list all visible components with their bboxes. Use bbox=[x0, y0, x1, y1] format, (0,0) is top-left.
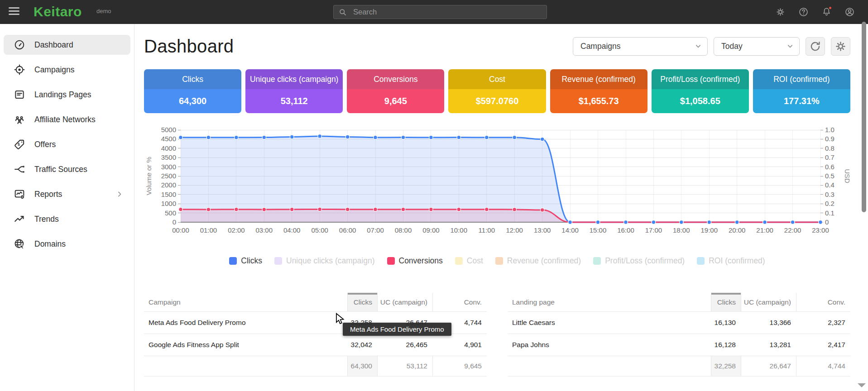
table-totals-row: 32,25826,6474,744 bbox=[508, 356, 850, 377]
column-header-clicks[interactable]: Clicks bbox=[347, 293, 377, 311]
sidebar-item-domains[interactable]: Domains bbox=[4, 234, 130, 254]
gear-icon[interactable] bbox=[775, 7, 786, 17]
column-header-uc-campaign-[interactable]: UC (campaign) bbox=[741, 293, 796, 311]
scroll-down-arrow-icon[interactable] bbox=[858, 383, 866, 387]
stat-card-conversions[interactable]: Conversions9,645 bbox=[347, 69, 444, 113]
sidebar-item-campaigns[interactable]: Campaigns bbox=[4, 60, 130, 80]
stat-card-profit-loss-confirmed-[interactable]: Profit/Loss (confirmed)$1,058.65 bbox=[652, 69, 749, 113]
svg-text:0.1: 0.1 bbox=[825, 209, 834, 217]
stat-card-cost[interactable]: Cost$597.0760 bbox=[448, 69, 546, 113]
legend-item-roi-confirmed-[interactable]: ROI (confirmed) bbox=[697, 256, 765, 266]
svg-text:0.8: 0.8 bbox=[825, 144, 834, 152]
stat-cards: Clicks64,300Unique clicks (campaign)53,1… bbox=[144, 69, 850, 113]
svg-text:0.5: 0.5 bbox=[825, 172, 834, 180]
svg-text:20:00: 20:00 bbox=[729, 226, 746, 234]
landings-table: Landing pageClicksUC (campaign)Conv.Litt… bbox=[508, 293, 850, 377]
row-value-cell: 32,042 bbox=[347, 334, 377, 356]
menu-icon[interactable] bbox=[9, 7, 19, 15]
gauge-icon bbox=[14, 39, 25, 51]
table-row[interactable]: Little Caesars16,13013,3662,327 bbox=[508, 312, 850, 334]
svg-text:13:00: 13:00 bbox=[534, 226, 551, 234]
legend-item-profit-loss-confirmed-[interactable]: Profit/Loss (confirmed) bbox=[593, 256, 685, 266]
svg-text:0.4: 0.4 bbox=[825, 181, 834, 189]
column-header-uc-campaign-[interactable]: UC (campaign) bbox=[377, 293, 432, 311]
dashboard-settings-button[interactable] bbox=[831, 37, 850, 56]
legend-label: Conversions bbox=[399, 256, 443, 266]
svg-text:21:00: 21:00 bbox=[756, 226, 773, 234]
svg-text:22:00: 22:00 bbox=[784, 226, 801, 234]
search-input[interactable] bbox=[352, 7, 542, 17]
page-title: Dashboard bbox=[144, 36, 234, 57]
column-header-campaign[interactable]: Campaign bbox=[144, 293, 347, 311]
svg-text:06:00: 06:00 bbox=[339, 226, 356, 234]
legend-item-unique-clicks-campaign-[interactable]: Unique clicks (campaign) bbox=[274, 256, 375, 266]
sidebar-item-trends[interactable]: Trends bbox=[4, 209, 130, 229]
date-range-select[interactable]: Today bbox=[714, 37, 800, 56]
sidebar-item-reports[interactable]: Reports bbox=[4, 184, 130, 204]
app-logo[interactable]: Keitaro bbox=[34, 4, 82, 19]
help-icon[interactable] bbox=[798, 7, 809, 17]
pages-icon bbox=[14, 89, 25, 100]
sidebar-item-dashboard[interactable]: Dashboard bbox=[4, 35, 130, 55]
svg-text:00:00: 00:00 bbox=[172, 226, 189, 234]
trend-icon bbox=[14, 213, 25, 225]
sidebar-item-label: Domains bbox=[34, 239, 66, 249]
search-icon bbox=[338, 8, 347, 17]
stat-card-value: 53,112 bbox=[245, 89, 343, 113]
row-value-cell: 13,366 bbox=[741, 312, 796, 334]
legend-swatch bbox=[274, 257, 282, 265]
table-header-row: Landing pageClicksUC (campaign)Conv. bbox=[508, 293, 850, 312]
row-value-cell: 13,281 bbox=[741, 334, 796, 356]
summary-tables: CampaignClicksUC (campaign)Conv.Meta Ads… bbox=[144, 293, 850, 377]
topbar: Keitaro demo bbox=[0, 0, 868, 24]
user-icon[interactable] bbox=[844, 7, 855, 17]
stat-card-label: ROI (confirmed) bbox=[753, 69, 850, 89]
page-scrollbar[interactable] bbox=[862, 22, 866, 212]
chevron-down-icon bbox=[694, 42, 703, 51]
sidebar-item-label: Landings Pages bbox=[34, 90, 91, 100]
svg-text:0.6: 0.6 bbox=[825, 163, 834, 171]
svg-text:0.2: 0.2 bbox=[825, 200, 834, 207]
svg-text:14:00: 14:00 bbox=[561, 226, 579, 234]
row-value-cell: 2,327 bbox=[796, 312, 850, 334]
column-header-conv-[interactable]: Conv. bbox=[432, 293, 487, 311]
sidebar-item-label: Traffic Sources bbox=[34, 165, 87, 174]
svg-text:19:00: 19:00 bbox=[701, 226, 718, 234]
stat-card-unique-clicks-campaign-[interactable]: Unique clicks (campaign)53,112 bbox=[245, 69, 343, 113]
svg-text:$: $ bbox=[18, 142, 20, 147]
svg-text:4000: 4000 bbox=[161, 144, 176, 152]
table-row[interactable]: Papa Johns16,12813,2812,417 bbox=[508, 334, 850, 356]
column-header-clicks[interactable]: Clicks bbox=[711, 293, 741, 311]
sidebar-item-offers[interactable]: $Offers bbox=[4, 134, 130, 154]
row-name-cell: Meta Ads Food Delivery Promo bbox=[144, 312, 347, 334]
totals-value-cell: 9,645 bbox=[432, 356, 487, 376]
svg-text:18:00: 18:00 bbox=[673, 226, 690, 234]
totals-value-cell: 32,258 bbox=[711, 356, 741, 376]
row-name-cell: Papa Johns bbox=[508, 334, 711, 356]
svg-text:01:00: 01:00 bbox=[200, 226, 217, 234]
legend-item-clicks[interactable]: Clicks bbox=[229, 256, 262, 266]
legend-item-conversions[interactable]: Conversions bbox=[387, 256, 443, 266]
sidebar-item-affiliate-networks[interactable]: Affiliate Networks bbox=[4, 110, 130, 129]
stat-card-clicks[interactable]: Clicks64,300 bbox=[144, 69, 241, 113]
svg-text:Volume or %: Volume or % bbox=[145, 157, 153, 195]
svg-text:USD: USD bbox=[844, 169, 850, 183]
refresh-button[interactable] bbox=[806, 37, 825, 56]
column-header-landing-page[interactable]: Landing page bbox=[508, 293, 711, 311]
legend-item-cost[interactable]: Cost bbox=[455, 256, 483, 266]
legend-swatch bbox=[593, 257, 601, 265]
row-value-cell: 2,417 bbox=[796, 334, 850, 356]
bell-icon[interactable] bbox=[821, 7, 832, 17]
sidebar-item-traffic-sources[interactable]: Traffic Sources bbox=[4, 159, 130, 179]
sidebar-item-label: Reports bbox=[34, 190, 62, 199]
column-header-conv-[interactable]: Conv. bbox=[796, 293, 850, 311]
svg-text:3000: 3000 bbox=[161, 163, 176, 171]
table-row[interactable]: Google Ads Fitness App Split32,04226,465… bbox=[144, 334, 487, 356]
stat-card-value: $1,058.65 bbox=[652, 89, 749, 113]
campaigns-filter-select[interactable]: Campaigns bbox=[573, 37, 708, 56]
stat-card-revenue-confirmed-[interactable]: Revenue (confirmed)$1,655.73 bbox=[550, 69, 647, 113]
legend-swatch bbox=[229, 257, 237, 265]
stat-card-roi-confirmed-[interactable]: ROI (confirmed)177.31% bbox=[753, 69, 850, 113]
sidebar-item-landings-pages[interactable]: Landings Pages bbox=[4, 85, 130, 105]
legend-item-revenue-confirmed-[interactable]: Revenue (confirmed) bbox=[495, 256, 581, 266]
